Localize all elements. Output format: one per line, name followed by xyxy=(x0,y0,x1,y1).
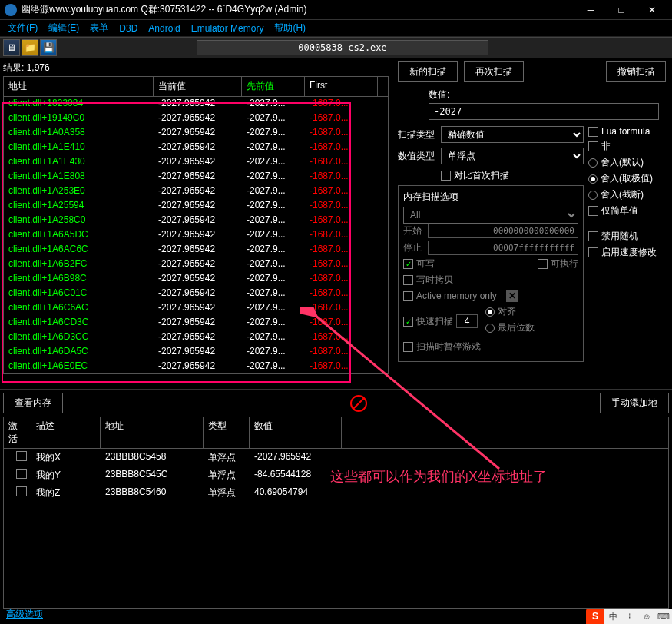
table-row[interactable]: client.dll+1A6E0EC-2027.965942-2027.9...… xyxy=(4,360,388,373)
select-process-icon[interactable]: 🖥 xyxy=(3,39,20,56)
process-name[interactable]: 00005838-cs2.exe xyxy=(197,40,488,55)
table-row[interactable]: client.dll+1A1E808-2027.965942-2027.9...… xyxy=(4,170,388,184)
window-title: 幽络源www.youluoyuan.com Q群:307531422 -- 6`… xyxy=(22,3,306,16)
row-active-checkbox[interactable] xyxy=(16,486,27,496)
lua-checkbox[interactable] xyxy=(588,127,598,137)
menu-help[interactable]: 帮助(H) xyxy=(270,20,310,36)
new-scan-button[interactable]: 新的扫描 xyxy=(398,61,458,82)
table-row[interactable]: client.dll+1A6B98C-2027.965942-2027.9...… xyxy=(4,272,388,287)
menu-file[interactable]: 文件(F) xyxy=(3,20,42,36)
menubar: 文件(F) 编辑(E) 表单 D3D Android Emulator Memo… xyxy=(0,20,672,37)
memory-options-group: 内存扫描选项 All 开始 停止 可写 可执行 写时拷贝 A xyxy=(398,185,584,362)
results-table: 地址 当前值 先前值 First client.dll+1823084-2027… xyxy=(3,76,389,374)
memory-options-title: 内存扫描选项 xyxy=(403,191,578,204)
col-first[interactable]: First xyxy=(305,77,378,96)
ime-s-icon[interactable]: S xyxy=(586,609,604,624)
ch-col-type[interactable]: 类型 xyxy=(204,417,250,448)
not-checkbox[interactable] xyxy=(588,141,598,151)
rounded-extreme-label: 舍入(取极值) xyxy=(601,172,653,185)
ime-zhong[interactable]: 中 xyxy=(604,609,621,624)
value-type-select[interactable]: 单浮点 xyxy=(441,148,584,164)
table-row[interactable]: client.dll+1A6B2FC-2027.965942-2027.9...… xyxy=(4,257,388,272)
table-row[interactable]: client.dll+1A253E0-2027.965942-2027.9...… xyxy=(4,184,388,199)
minimize-button[interactable]: ─ xyxy=(575,1,606,19)
table-row[interactable]: client.dll+1A25594-2027.965942-2027.9...… xyxy=(4,199,388,214)
rounded-extreme-radio[interactable] xyxy=(588,174,598,184)
compare-first-checkbox[interactable] xyxy=(441,171,451,181)
pause-game-label: 扫描时暂停游戏 xyxy=(416,340,481,353)
table-row[interactable]: client.dll+1A1E430-2027.965942-2027.9...… xyxy=(4,155,388,170)
col-address[interactable]: 地址 xyxy=(4,77,154,96)
table-row[interactable]: client.dll+1823084-2027.965942-2027.9...… xyxy=(4,97,388,111)
next-scan-button[interactable]: 再次扫描 xyxy=(464,61,524,82)
maximize-button[interactable]: □ xyxy=(606,1,637,19)
cheat-table: 激活 描述 地址 类型 数值 我的X23BBB8C5458单浮点-2027.96… xyxy=(3,417,669,609)
memory-all-select[interactable]: All xyxy=(403,207,578,224)
ch-col-addr[interactable]: 地址 xyxy=(101,417,204,448)
ime-smile-icon[interactable]: ☺ xyxy=(638,609,655,624)
undo-scan-button[interactable]: 撤销扫描 xyxy=(606,61,666,82)
app-icon xyxy=(5,4,17,16)
ime-keyboard-icon[interactable]: ⌨ xyxy=(655,609,672,624)
pause-game-checkbox[interactable] xyxy=(403,342,413,352)
table-row[interactable]: client.dll+1A1E410-2027.965942-2027.9...… xyxy=(4,141,388,155)
cow-checkbox[interactable] xyxy=(403,275,413,285)
menu-d3d[interactable]: D3D xyxy=(114,22,142,35)
row-active-checkbox[interactable] xyxy=(16,469,27,479)
prohibit-icon[interactable] xyxy=(350,395,367,412)
fast-scan-value[interactable] xyxy=(456,314,478,328)
open-icon[interactable]: 📁 xyxy=(22,39,38,56)
table-row[interactable]: client.dll+1A6DA5C-2027.965942-2027.9...… xyxy=(4,345,388,360)
table-row[interactable]: client.dll+1A6A5DC-2027.965942-2027.9...… xyxy=(4,228,388,243)
taskbar-ime: S 中 ⁞ ☺ ⌨ xyxy=(586,609,672,624)
align-label: 对齐 xyxy=(498,305,516,318)
menu-emulator[interactable]: Emulator Memory xyxy=(187,22,269,35)
row-active-checkbox[interactable] xyxy=(16,451,27,461)
menu-android[interactable]: Android xyxy=(144,22,184,35)
close-button[interactable]: ✕ xyxy=(637,1,667,19)
rounded-truncate-radio[interactable] xyxy=(588,191,598,200)
writable-checkbox[interactable] xyxy=(403,259,413,269)
rounded-default-radio[interactable] xyxy=(588,158,598,168)
value-type-label: 数值类型 xyxy=(398,150,438,163)
manual-add-button[interactable]: 手动添加地 xyxy=(600,393,669,413)
fast-scan-checkbox[interactable] xyxy=(403,317,413,327)
enable-speed-checkbox[interactable] xyxy=(588,247,598,257)
active-memory-checkbox[interactable] xyxy=(403,291,413,301)
cheat-row[interactable]: 我的X23BBB8C5458单浮点-2027.965942 xyxy=(4,449,668,466)
table-row[interactable]: client.dll+19149C0-2027.965942-2027.9...… xyxy=(4,111,388,126)
align-radio[interactable] xyxy=(485,307,495,317)
disable-random-label: 禁用随机 xyxy=(601,230,638,243)
menu-edit[interactable]: 编辑(E) xyxy=(44,20,84,36)
view-memory-button[interactable]: 查看内存 xyxy=(3,393,63,413)
ch-col-desc[interactable]: 描述 xyxy=(31,417,101,448)
table-row[interactable]: client.dll+1A258C0-2027.965942-2027.9...… xyxy=(4,214,388,228)
executable-checkbox[interactable] xyxy=(538,259,548,269)
table-row[interactable]: client.dll+1A6C01C-2027.965942-2027.9...… xyxy=(4,287,388,301)
active-memory-label: Active memory only xyxy=(416,290,497,301)
table-row[interactable]: client.dll+1A6C6AC-2027.965942-2027.9...… xyxy=(4,301,388,316)
col-previous[interactable]: 先前值 xyxy=(242,77,305,96)
value-input[interactable] xyxy=(429,103,659,120)
col-current[interactable]: 当前值 xyxy=(154,77,242,96)
executable-label: 可执行 xyxy=(551,257,578,271)
advanced-options-link[interactable]: 高级选项 xyxy=(0,605,49,624)
save-icon[interactable]: 💾 xyxy=(40,39,57,56)
table-row[interactable]: client.dll+1A6D3CC-2027.965942-2027.9...… xyxy=(4,330,388,345)
mem-stop-input[interactable] xyxy=(428,241,578,255)
toolbar: 🖥 📁 💾 00005838-cs2.exe xyxy=(0,37,672,58)
close-x-icon[interactable]: ✕ xyxy=(506,290,518,302)
last-digits-radio[interactable] xyxy=(485,324,495,333)
ch-col-value[interactable]: 数值 xyxy=(250,417,342,448)
disable-random-checkbox[interactable] xyxy=(588,231,598,241)
simple-only-checkbox[interactable] xyxy=(588,206,598,216)
cheat-row[interactable]: 我的Z23BBB8C5460单浮点40.69054794 xyxy=(4,484,668,502)
table-row[interactable]: client.dll+1A6CD3C-2027.965942-2027.9...… xyxy=(4,316,388,330)
table-row[interactable]: client.dll+1A6AC6C-2027.965942-2027.9...… xyxy=(4,243,388,257)
table-row[interactable]: client.dll+1A0A358-2027.965942-2027.9...… xyxy=(4,126,388,141)
ime-dots-icon[interactable]: ⁞ xyxy=(621,609,638,624)
scan-type-select[interactable]: 精确数值 xyxy=(441,126,584,143)
mem-start-input[interactable] xyxy=(428,224,578,238)
menu-table[interactable]: 表单 xyxy=(85,20,113,36)
ch-col-active[interactable]: 激活 xyxy=(4,417,31,448)
